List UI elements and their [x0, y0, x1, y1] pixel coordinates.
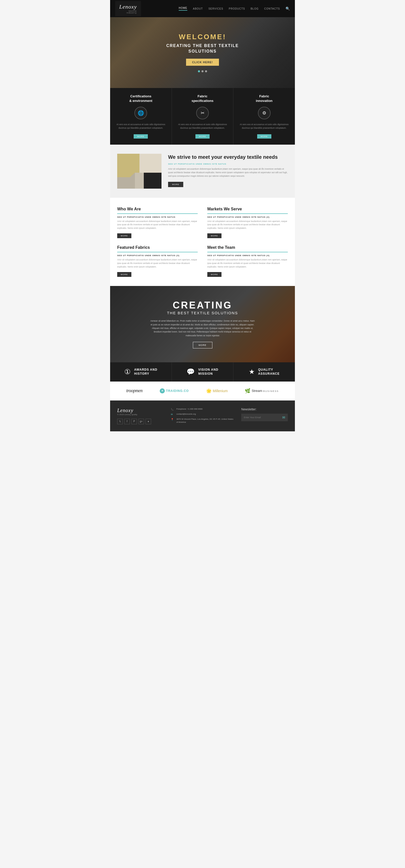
markets-heading: Markets We Serve: [207, 207, 288, 214]
brand-traiding: ✕ TRAIDING.CO: [160, 389, 189, 394]
hero-welcome: WELCOME!: [166, 33, 239, 41]
feature-certifications-desc: At vero eos et accusamus et iusto odio d…: [115, 123, 167, 130]
feature-certifications-title: Certifications& environment: [115, 94, 167, 103]
phone-icon: 📞: [171, 408, 174, 411]
footer-logo-col: Lenoxy © 2019 Lenoxy quality 𝕏 f P g+ ♦: [117, 408, 164, 424]
hero-dot-2[interactable]: [201, 70, 204, 72]
footer-contact-phone: 📞 Freephone: +1 800 868 8680: [171, 408, 234, 411]
bottom-feat-quality: ★ QUALITYASSURANCE: [233, 362, 295, 381]
brand-millenium-text: Millenium: [213, 389, 228, 393]
feature-fabric-specs: Fabricspecifications ✂ At vero eos et ac…: [172, 88, 234, 145]
feature-fabric-innovation-icon-circle: ⚙: [258, 107, 270, 119]
scissors-icon: ✂: [201, 110, 205, 116]
location-icon: 📍: [171, 418, 174, 421]
footer-phone-text: Freephone: +1 800 868 8680: [176, 408, 202, 411]
parallax-more-button[interactable]: MORE: [193, 342, 212, 348]
brand-troopmen: troopmen: [126, 388, 143, 394]
stream-icon: 🌿: [245, 388, 250, 394]
footer-contact-email: ✉ contact@lenoxink.org: [171, 413, 234, 416]
nav-blog[interactable]: BLOG: [251, 7, 259, 10]
info-section: Who We Are SED UT PERSPICIATIS UNDE OMNI…: [110, 198, 295, 286]
logo-box: Lenoxy textileindustry: [115, 1, 141, 16]
feature-fabric-specs-desc: At vero eos et accusamus et iusto odio d…: [176, 123, 229, 130]
feature-certifications-more[interactable]: MORE: [134, 134, 148, 138]
meet-team-sublabel: SED UT PERSPICIATIS UNDE OMNIS ISTE NATU…: [207, 254, 288, 257]
meet-team-body: Aricr sit voluptatem accusantium dolorem…: [207, 258, 288, 269]
about-body: Aricr sit voluptatem accusantium dolorem…: [168, 167, 288, 178]
nav-home[interactable]: HOME: [179, 7, 187, 11]
star-icon: ★: [249, 368, 255, 376]
hero-section: WELCOME! CREATING THE BEST TEXTILE SOLUT…: [110, 17, 295, 88]
nav-about[interactable]: ABOUT: [193, 7, 203, 10]
brand-traiding-text: TRAIDING.CO: [166, 389, 189, 393]
main-nav: HOME ABOUT SERVICES PRODUCTS BLOG CONTAC…: [179, 7, 290, 11]
bottom-features-section: ① AWARDS ANDHISTORY 💬 VISION ANDMISSION …: [110, 362, 295, 381]
twitter-icon[interactable]: 𝕏: [117, 419, 123, 424]
nav-products[interactable]: PRODUCTS: [229, 7, 245, 10]
feature-fabric-innovation-desc: At vero eos et accusamus et iusto odio d…: [238, 123, 290, 130]
awards-icon: ①: [124, 368, 131, 375]
footer-social: 𝕏 f P g+ ♦: [117, 419, 164, 424]
footer-logo: Lenoxy: [117, 408, 164, 413]
feature-fabric-innovation: Fabricinnovation ⚙ At vero eos et accusa…: [233, 88, 295, 145]
hero-dot-1[interactable]: [198, 70, 200, 72]
featured-fabrics-heading: Featured Fabrics: [117, 245, 198, 252]
info-block-markets: Markets We Serve SED UT PERSPICIATIS UND…: [207, 207, 288, 239]
info-grid: Who We Are SED UT PERSPICIATIS UNDE OMNI…: [117, 207, 288, 277]
newsletter-label: Newsletter:: [241, 408, 288, 411]
parallax-content: CREATING THE BEST TEXTILE SOLUTIONS Aene…: [118, 300, 287, 348]
bottom-feat-awards: ① AWARDS ANDHISTORY: [110, 362, 172, 381]
newsletter-input-row: ✉: [241, 414, 288, 421]
feature-fabric-specs-more[interactable]: MORE: [195, 134, 210, 138]
footer-tagline: © 2019 Lenoxy quality: [117, 413, 164, 416]
footer-contact-col: 📞 Freephone: +1 800 868 8680 ✉ contact@l…: [171, 408, 234, 424]
github-icon[interactable]: ♦: [146, 419, 151, 424]
footer-contact-address: 📍 3870 St Vincent Place, Los Angeles, DC…: [171, 418, 234, 424]
who-we-are-body: Aricr sit voluptatem accusantium dolorem…: [117, 220, 198, 230]
markets-sublabel: SED UT PERSPICIATIS UNDE OMNIS ISTE NATU…: [207, 216, 288, 218]
hero-subtitle: CREATING THE BEST TEXTILE SOLUTIONS: [166, 43, 239, 54]
pinterest-icon[interactable]: P: [132, 419, 137, 424]
globe-icon: 🌐: [138, 110, 144, 116]
awards-title: AWARDS ANDHISTORY: [134, 368, 157, 376]
brand-millenium: 🌟 Millenium: [206, 388, 228, 394]
facebook-icon[interactable]: f: [124, 419, 130, 424]
about-subtitle-label: SED UT PERSPICIATIS UNDE OMNIS ISTE NATU…: [168, 163, 288, 165]
brand-stream-text: Stream BUSINESS: [252, 389, 279, 393]
hero-dot-3[interactable]: [205, 70, 207, 72]
chat-icon: 💬: [186, 368, 195, 376]
footer-address-text: 3870 St Vincent Place, Los Angeles, DC 4…: [176, 418, 234, 424]
hero-cta-button[interactable]: CLICK HERE!: [186, 59, 219, 66]
logo-text: Lenoxy: [119, 4, 137, 10]
logo-area: Lenoxy textileindustry: [115, 1, 141, 16]
feature-certifications-icon-circle: 🌐: [135, 107, 147, 119]
feature-fabric-specs-title: Fabricspecifications: [176, 94, 229, 103]
nav-contacts[interactable]: CONTACTS: [264, 7, 280, 10]
who-we-are-more[interactable]: MORE: [117, 234, 132, 238]
feature-fabric-specs-icon-circle: ✂: [196, 107, 209, 119]
feature-fabric-innovation-title: Fabricinnovation: [238, 94, 290, 103]
info-block-featured-fabrics: Featured Fabrics SED UT PERSPICIATIS UND…: [117, 245, 198, 277]
google-plus-icon[interactable]: g+: [139, 419, 144, 424]
markets-more[interactable]: MORE: [207, 234, 222, 238]
quality-title: QUALITYASSURANCE: [258, 368, 280, 376]
parallax-desc: Aenean sit amet bibendum ex. Proin matti…: [149, 319, 256, 337]
about-more-button[interactable]: MORE: [168, 182, 183, 187]
features-section: Certifications& environment 🌐 At vero eo…: [110, 88, 295, 145]
about-text: We strive to meet your everyday textile …: [168, 154, 288, 187]
header: Lenoxy textileindustry HOME ABOUT SERVIC…: [110, 0, 295, 17]
about-section: We strive to meet your everyday textile …: [110, 145, 295, 198]
hero-content: WELCOME! CREATING THE BEST TEXTILE SOLUT…: [166, 33, 239, 72]
parallax-title: CREATING: [118, 300, 287, 311]
feature-fabric-innovation-more[interactable]: MORE: [257, 134, 271, 138]
featured-fabrics-more[interactable]: MORE: [117, 272, 132, 277]
email-icon: ✉: [171, 413, 174, 416]
meet-team-more[interactable]: MORE: [207, 272, 222, 277]
newsletter-submit-button[interactable]: ✉: [280, 414, 288, 421]
brands-section: troopmen ✕ TRAIDING.CO 🌟 Millenium 🌿 Str…: [110, 381, 295, 401]
info-block-who-we-are: Who We Are SED UT PERSPICIATIS UNDE OMNI…: [117, 207, 198, 239]
search-icon[interactable]: 🔍: [286, 7, 290, 11]
footer-email-text: contact@lenoxink.org: [176, 413, 196, 416]
nav-services[interactable]: SERVICES: [208, 7, 223, 10]
newsletter-input[interactable]: [241, 414, 280, 421]
